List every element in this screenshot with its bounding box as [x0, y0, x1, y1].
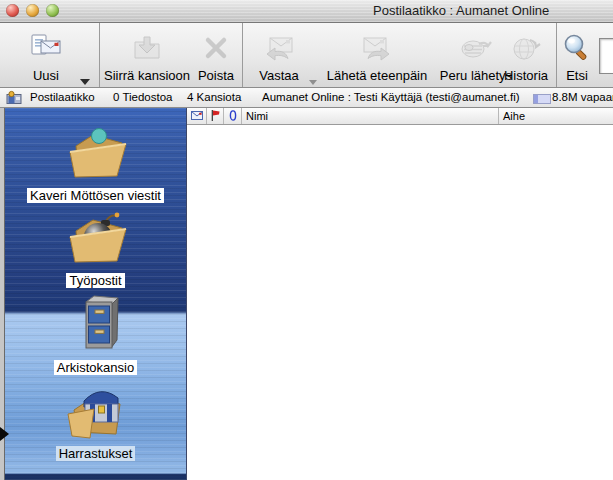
toolbar-separator [242, 23, 243, 87]
status-file-count: 0 Tiedostoa [113, 91, 172, 103]
sidebar-item-label: Arkistokansio [54, 360, 137, 375]
forward-button[interactable]: Lähetä eteenpäin [325, 23, 429, 87]
sidebar-item-kaveri[interactable]: Kaveri Möttösen viestit [5, 120, 186, 203]
close-button[interactable] [6, 4, 19, 17]
reply-icon [262, 32, 296, 68]
status-bar: Postilaatikko 0 Tiedostoa 4 Kansiota Aum… [0, 88, 613, 108]
column-flag[interactable] [207, 108, 224, 124]
forward-label: Lähetä eteenpäin [327, 69, 427, 87]
delete-label: Poista [198, 69, 234, 87]
history-button[interactable]: Historia [497, 23, 555, 87]
move-to-folder-button[interactable]: Siirrä kansioon [103, 23, 191, 87]
sidebar-item-label: Kaveri Möttösen viestit [27, 188, 164, 203]
new-button-label: Uusi [33, 69, 59, 87]
message-list-body[interactable] [187, 125, 613, 480]
zoom-button[interactable] [46, 4, 59, 17]
search-label: Etsi [566, 69, 588, 87]
reply-dropdown-arrow[interactable] [309, 80, 317, 85]
toolbar-separator [556, 23, 557, 87]
column-subject-label: Aihe [503, 110, 525, 122]
titlebar[interactable]: Postilaatikko : Aumanet Online [0, 0, 613, 23]
column-attachment[interactable] [224, 108, 242, 124]
reply-button[interactable]: Vastaa [250, 23, 308, 87]
search-field-partial[interactable] [599, 38, 613, 74]
sidebar-item-tyopostit[interactable]: Työpostit [5, 207, 186, 288]
list-header: Nimi Aihe [187, 108, 613, 125]
treasure-chest-folder-icon [60, 376, 132, 446]
column-subject[interactable]: Aihe [499, 108, 613, 124]
move-to-folder-label: Siirrä kansioon [104, 69, 190, 87]
bomb-folder-icon [60, 207, 132, 273]
status-folder-name: Postilaatikko [30, 91, 95, 103]
column-name[interactable]: Nimi [242, 108, 499, 124]
sidebar-item-label: Harrastukset [56, 446, 136, 461]
forward-icon [360, 32, 394, 68]
paperclip-icon [229, 110, 237, 123]
person-folder-icon [60, 120, 132, 188]
reply-label: Vastaa [259, 69, 299, 87]
delete-icon [200, 32, 232, 68]
toolbar: Uusi Siirrä kansioon Poista [0, 23, 613, 88]
sidebar-item-label: Työpostit [66, 273, 124, 288]
column-name-label: Nimi [246, 110, 268, 122]
app-window: Postilaatikko : Aumanet Online Uusi [0, 0, 613, 480]
new-message-icon [29, 32, 63, 68]
column-read-status[interactable] [187, 108, 207, 124]
history-label: Historia [504, 69, 548, 87]
status-account: Aumanet Online : Testi Käyttäjä (testi@a… [262, 91, 520, 103]
cancel-send-icon [459, 32, 493, 68]
flag-icon [211, 110, 220, 123]
sidebar-expand-arrow[interactable] [0, 427, 9, 441]
sidebar-item-harrastukset[interactable]: Harrastukset [5, 376, 186, 461]
status-quota-free: 8.8M vapaana [552, 91, 613, 103]
move-to-folder-icon [131, 32, 163, 68]
window-title: Postilaatikko : Aumanet Online [373, 3, 549, 18]
history-icon [509, 32, 543, 68]
file-cabinet-icon [60, 292, 132, 360]
new-dropdown-arrow[interactable] [80, 79, 90, 85]
status-folder-count: 4 Kansiota [187, 91, 241, 103]
sidebar-item-arkistokansio[interactable]: Arkistokansio [5, 292, 186, 375]
search-button[interactable]: Etsi [560, 23, 594, 87]
new-button[interactable]: Uusi [10, 23, 82, 87]
delete-button[interactable]: Poista [193, 23, 239, 87]
quota-bar [533, 94, 551, 104]
folder-sidebar: Kaveri Möttösen viestit Työpostit [5, 108, 187, 480]
mailbox-status-icon [6, 90, 23, 107]
search-icon [561, 32, 593, 68]
envelope-icon [191, 110, 203, 122]
content-area: Kaveri Möttösen viestit Työpostit [0, 108, 613, 480]
minimize-button[interactable] [26, 4, 39, 17]
message-list-pane: Nimi Aihe [187, 108, 613, 480]
toolbar-separator [99, 23, 100, 87]
